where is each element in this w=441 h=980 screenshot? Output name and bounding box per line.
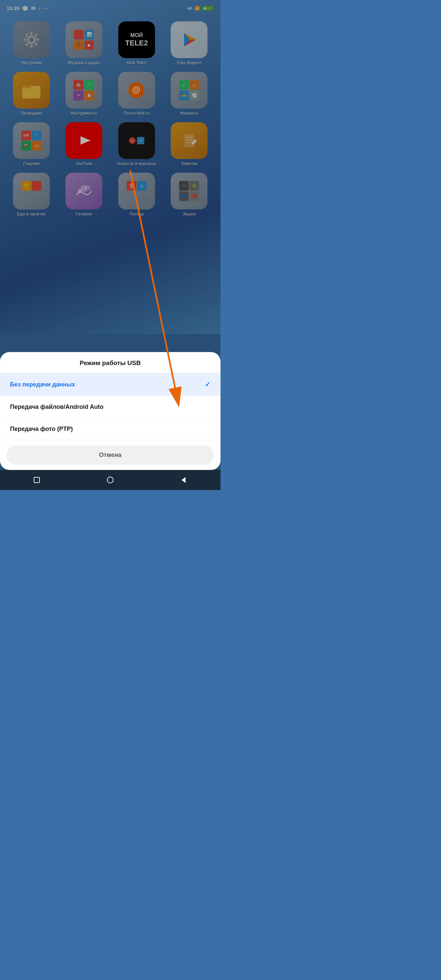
svg-marker-22 (182, 477, 185, 483)
nav-home-button[interactable] (103, 473, 117, 487)
option-photo-transfer[interactable]: Передача фото (PTP) (0, 418, 221, 440)
option-photo-transfer-label: Передача фото (PTP) (10, 426, 73, 433)
sheet-title: Режим работы USB (0, 352, 221, 373)
nav-back-button[interactable] (177, 473, 190, 487)
cancel-button[interactable]: Отмена (7, 445, 214, 465)
option-no-data-label: Без передачи данных (10, 381, 75, 388)
option-no-data[interactable]: Без передачи данных ✓ (0, 373, 221, 396)
option-file-transfer-label: Передача файлов/Android Auto (10, 404, 103, 410)
nav-recents-button[interactable] (30, 473, 43, 487)
svg-point-21 (107, 477, 113, 483)
navigation-bar (0, 470, 221, 490)
checkmark-icon: ✓ (205, 380, 210, 388)
usb-mode-sheet: Режим работы USB Без передачи данных ✓ П… (0, 352, 221, 470)
option-file-transfer[interactable]: Передача файлов/Android Auto (0, 396, 221, 418)
svg-rect-20 (34, 477, 40, 483)
